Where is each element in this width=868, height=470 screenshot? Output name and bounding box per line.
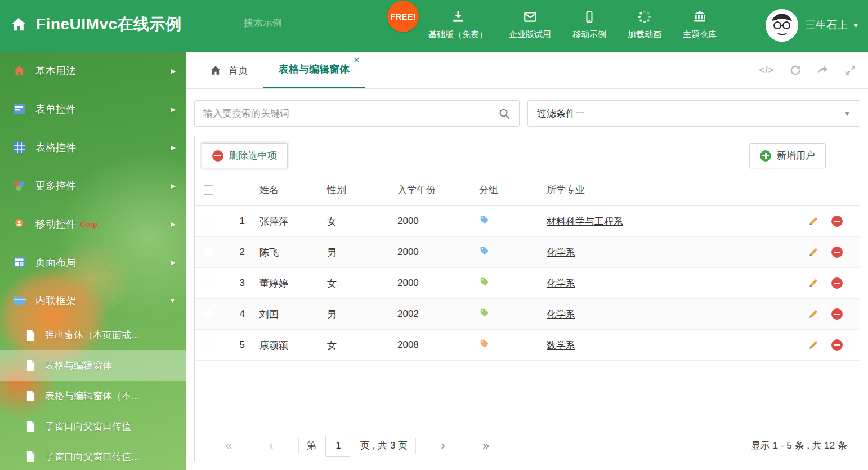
- delete-button-label: 删除选中项: [229, 149, 277, 162]
- nav-label: 主题仓库: [683, 29, 717, 40]
- tag-icon: [479, 308, 489, 318]
- first-page-button[interactable]: «: [207, 438, 250, 453]
- delete-row-icon[interactable]: [831, 247, 843, 258]
- table-row: 2 陈飞 男 2000 化学系: [195, 237, 860, 268]
- cell-group: [479, 215, 547, 228]
- cell-year: 2000: [397, 277, 479, 289]
- search-icon[interactable]: [498, 108, 511, 120]
- pagination-summary: 显示 1 - 5 条 , 共 12 条: [751, 439, 847, 452]
- edit-icon[interactable]: [808, 216, 819, 227]
- sidebar-child-child-to-parent-2[interactable]: 子窗口向父窗口传值...: [0, 441, 186, 470]
- nav-item-theme-store[interactable]: 主题仓库: [672, 8, 727, 40]
- header-search-input[interactable]: [244, 17, 368, 29]
- keyword-search-input[interactable]: [203, 108, 498, 119]
- nav-item-mobile-demo[interactable]: 移动示例: [562, 8, 617, 40]
- sidebar-item-form-controls[interactable]: 表单控件 ▶: [0, 90, 186, 128]
- row-checkbox[interactable]: [204, 279, 213, 288]
- cell-year: 2000: [397, 247, 479, 258]
- tab-grid-edit-window[interactable]: 表格与编辑窗体 ✕: [263, 52, 365, 88]
- row-checkbox[interactable]: [204, 341, 213, 350]
- nav-item-basic-free[interactable]: 基础版（免费）: [418, 8, 498, 40]
- sidebar-child-popup-window[interactable]: 弹出窗体（本页面或...: [0, 320, 186, 350]
- nav-item-loading-animation[interactable]: 加载动画: [617, 8, 672, 40]
- page-suffix-label: 页 , 共 3 页: [360, 439, 408, 452]
- tab-home[interactable]: 首页: [194, 52, 263, 88]
- code-icon[interactable]: </>: [759, 65, 774, 75]
- chevron-right-icon: ▶: [171, 182, 176, 190]
- share-icon[interactable]: [817, 64, 829, 77]
- sidebar-child-grid-edit-window-2[interactable]: 表格与编辑窗体（不...: [0, 381, 186, 411]
- edit-icon[interactable]: [808, 339, 819, 351]
- main-content: 首页 表格与编辑窗体 ✕ </>: [186, 52, 868, 470]
- tag-icon: [479, 215, 489, 225]
- header-search: [244, 17, 359, 29]
- top-nav: 基础版（免费） 企业版试用 移动示例: [418, 8, 727, 40]
- col-header-year: 入学年份: [397, 183, 479, 196]
- mobile-controls-icon: [12, 217, 26, 231]
- cell-major: 数学系: [547, 339, 798, 352]
- refresh-icon[interactable]: [789, 64, 802, 77]
- spinner-icon: [637, 8, 652, 24]
- sidebar-child-child-to-parent[interactable]: 子窗口向父窗口传值: [0, 411, 186, 441]
- sidebar-item-label: 移动控件: [35, 217, 76, 231]
- major-link[interactable]: 化学系: [547, 247, 575, 258]
- major-link[interactable]: 材料科学与工程系: [547, 216, 623, 227]
- filter-row: 过滤条件一 ▼: [194, 100, 860, 127]
- prev-page-button[interactable]: ‹: [250, 438, 293, 453]
- tab-strip: 首页 表格与编辑窗体 ✕ </>: [186, 52, 868, 89]
- major-link[interactable]: 化学系: [547, 309, 575, 320]
- cell-group: [479, 339, 547, 352]
- delete-selected-button[interactable]: 删除选中项: [202, 143, 288, 168]
- chevron-down-icon: ▼: [169, 297, 176, 304]
- sidebar-item-page-layout[interactable]: 页面布局 ▶: [0, 243, 186, 281]
- select-all-checkbox[interactable]: [204, 185, 213, 195]
- tab-close-icon[interactable]: ✕: [354, 56, 360, 64]
- file-icon: [26, 451, 35, 463]
- pager-divider: [298, 438, 299, 454]
- sidebar-child-label: 子窗口向父窗口传值: [45, 420, 131, 433]
- brand[interactable]: FineUIMvc在线示例: [10, 14, 182, 35]
- major-link[interactable]: 化学系: [547, 278, 575, 289]
- next-page-button[interactable]: ›: [422, 438, 464, 453]
- sidebar-item-inline-frame[interactable]: 内联框架 ▼: [0, 281, 186, 320]
- delete-row-icon[interactable]: [831, 277, 843, 289]
- filter-dropdown[interactable]: 过滤条件一 ▼: [527, 100, 860, 127]
- cell-gender: 女: [327, 215, 397, 228]
- sidebar-child-label: 表格与编辑窗体（不...: [45, 390, 139, 402]
- page-number-input[interactable]: [325, 435, 351, 457]
- sidebar-item-grid-controls[interactable]: 表格控件 ▶: [0, 128, 186, 167]
- tab-label: 表格与编辑窗体: [279, 62, 350, 76]
- row-checkbox[interactable]: [204, 310, 213, 319]
- sidebar-child-grid-edit-window[interactable]: 表格与编辑窗体: [0, 350, 186, 381]
- sidebar-item-more-controls[interactable]: 更多控件 ▶: [0, 167, 186, 205]
- user-name: 三生石上 ▼: [805, 18, 859, 33]
- expand-icon[interactable]: [844, 64, 857, 77]
- download-icon: [451, 8, 466, 24]
- row-checkbox[interactable]: [204, 217, 213, 226]
- edit-icon[interactable]: [808, 277, 819, 289]
- cell-gender: 男: [327, 246, 397, 259]
- home-tab-icon: [209, 64, 222, 77]
- row-actions: [798, 277, 860, 289]
- sidebar-child-label: 表格与编辑窗体: [45, 359, 112, 372]
- edit-icon[interactable]: [808, 247, 819, 258]
- sidebar-item-basic-usage[interactable]: 基本用法 ▶: [0, 52, 186, 90]
- col-header-major: 所学专业: [547, 183, 798, 196]
- cell-name: 康颖颖: [259, 339, 327, 352]
- delete-row-icon[interactable]: [831, 216, 843, 227]
- last-page-button[interactable]: »: [464, 438, 507, 453]
- user-menu[interactable]: 三生石上 ▼: [766, 9, 859, 42]
- row-actions: [798, 247, 860, 258]
- nav-item-enterprise-trial[interactable]: 企业版试用: [498, 8, 562, 40]
- row-checkbox[interactable]: [204, 248, 213, 257]
- major-link[interactable]: 数学系: [547, 340, 575, 351]
- edit-icon[interactable]: [808, 308, 819, 320]
- col-header-group: 分组: [479, 183, 547, 196]
- file-icon: [26, 420, 35, 432]
- sidebar-item-mobile-controls[interactable]: 移动控件 Corp. ▶: [0, 205, 186, 243]
- delete-row-icon[interactable]: [831, 308, 843, 320]
- add-user-button[interactable]: 新增用户: [749, 143, 826, 168]
- delete-row-icon[interactable]: [831, 339, 843, 351]
- add-button-label: 新增用户: [777, 149, 815, 162]
- user-avatar: [766, 9, 798, 42]
